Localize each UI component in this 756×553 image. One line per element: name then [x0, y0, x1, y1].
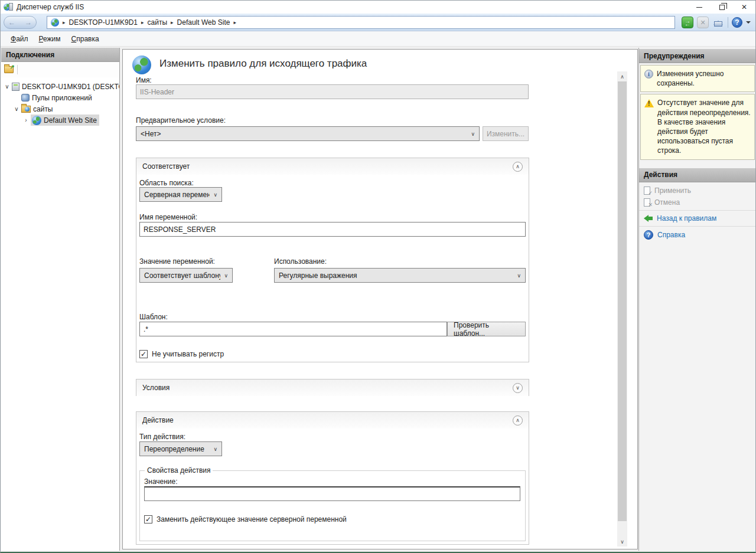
action-type-value: Переопределение [144, 445, 210, 453]
tree-item-label: Пулы приложений [32, 94, 92, 102]
sites-folder-icon [21, 106, 31, 113]
collapse-icon[interactable]: ∧ [513, 162, 523, 172]
breadcrumb-item-sites[interactable]: сайты [148, 18, 168, 27]
cancel-button: ✕ Отмена [639, 197, 756, 208]
connections-header: Подключения [1, 48, 119, 62]
breadcrumb-separator-icon: ▸ [233, 19, 236, 25]
action-type-select[interactable]: Переопределение ∨ [139, 441, 222, 456]
scrollbar-thumb[interactable] [618, 81, 627, 521]
help-icon: ? [644, 230, 653, 240]
ignore-case-label: Не учитывать регистр [152, 350, 224, 358]
apply-icon: ✓ [644, 186, 650, 195]
restore-button[interactable] [711, 1, 733, 14]
refresh-icon[interactable]: →← [682, 17, 693, 28]
help-label: Справка [657, 231, 685, 239]
tree-item-label: Default Web Site [44, 116, 97, 125]
breadcrumb-separator-icon: ▸ [63, 19, 66, 25]
actions-header: Действия [639, 168, 756, 182]
menu-bar: Файл Режим Справка [1, 31, 755, 47]
back-icon[interactable]: ← [8, 19, 15, 26]
breadcrumb-item-default-web-site[interactable]: Default Web Site [177, 18, 230, 27]
iis-manager-window: Диспетчер служб IIS ✕ ← → ▸ DESKTOP-U1MK… [0, 0, 756, 553]
apply-button: ✓ Применить [639, 185, 756, 197]
menu-file[interactable]: Файл [5, 32, 34, 45]
scope-value: Серверная переменн [144, 191, 210, 199]
site-globe-icon [51, 18, 59, 27]
stop-icon: ✕ [697, 17, 709, 28]
replace-value-checkrow[interactable]: ✓ Заменить действующее значение серверно… [144, 515, 347, 523]
help-dropdown-icon[interactable] [746, 21, 751, 24]
menu-help[interactable]: Справка [66, 32, 105, 45]
apply-label: Применить [654, 186, 691, 195]
minimize-button[interactable] [688, 1, 711, 14]
collapse-icon[interactable]: ∧ [513, 415, 523, 426]
precondition-value: <Нет> [141, 130, 467, 138]
menu-view[interactable]: Режим [34, 32, 66, 45]
title-bar: Диспетчер служб IIS ✕ [1, 1, 755, 14]
help-link[interactable]: ? Справка [639, 228, 756, 241]
variable-name-input[interactable] [139, 222, 526, 237]
test-pattern-button[interactable]: Проверить шаблон... [447, 322, 526, 336]
minimize-icon [696, 7, 702, 8]
window-title: Диспетчер служб IIS [17, 3, 84, 11]
expander-icon[interactable]: ∨ [2, 83, 12, 90]
variable-value-select[interactable]: Соответствует шаблону ∨ [139, 268, 233, 283]
chevron-down-icon: ∨ [517, 273, 521, 279]
scroll-down-icon[interactable]: ∨ [617, 536, 627, 547]
using-select[interactable]: Регулярные выражения ∨ [274, 268, 526, 283]
application-pools-icon [21, 94, 30, 102]
ignore-case-checkrow[interactable]: ✓ Не учитывать регистр [139, 350, 224, 358]
using-value: Регулярные выражения [279, 271, 513, 280]
website-globe-icon [32, 116, 41, 125]
actions-divider [639, 226, 756, 227]
edit-precondition-button: Изменить... [483, 126, 529, 141]
pattern-input[interactable] [139, 322, 447, 336]
edit-outbound-rule-page: Изменить правило для исходящего трафика … [122, 49, 638, 549]
replace-value-checkbox[interactable]: ✓ [144, 515, 152, 523]
close-icon: ✕ [741, 4, 747, 11]
create-connection-icon[interactable]: ↗ [4, 66, 14, 73]
alert-warning-text: Отсутствует значение для действия переоп… [657, 98, 751, 155]
toolbar-divider [728, 17, 728, 28]
tree-item-app-pools[interactable]: Пулы приложений [1, 92, 119, 103]
iis-app-icon [4, 3, 13, 11]
connections-tree: ∨ DESKTOP-U1MK9D1 (DESKTOP-U1MK9D1 Пулы … [1, 77, 119, 126]
connections-toolbar: ↗ [1, 62, 119, 77]
precondition-label: Предварительное условие: [136, 116, 226, 125]
expand-icon[interactable]: ∨ [513, 383, 523, 393]
help-icon[interactable]: ? [732, 17, 742, 28]
ignore-case-checkbox[interactable]: ✓ [139, 350, 148, 358]
back-to-rules-link[interactable]: Назад к правилам [639, 212, 756, 224]
connections-panel: Подключения ↗ ∨ DESKTOP-U1MK9D1 (DESKTOP… [1, 48, 120, 551]
variable-value-label: Значение переменной: [139, 257, 215, 266]
tree-item-server[interactable]: ∨ DESKTOP-U1MK9D1 (DESKTOP-U1MK9D1 [1, 81, 119, 92]
back-to-rules-label: Назад к правилам [657, 214, 716, 222]
tree-item-default-web-site[interactable]: › Default Web Site [1, 114, 119, 126]
close-button[interactable]: ✕ [733, 1, 755, 14]
chevron-down-icon: ∨ [213, 446, 217, 452]
server-icon [12, 83, 19, 91]
scroll-up-icon[interactable]: ∧ [617, 71, 627, 81]
rule-name-input [136, 84, 529, 99]
breadcrumb-item-server[interactable]: DESKTOP-U1MK9D1 [69, 18, 138, 27]
tree-item-sites[interactable]: ∨ сайты [1, 103, 119, 114]
action-properties-legend: Свойства действия [145, 466, 213, 475]
home-icon[interactable] [712, 17, 724, 28]
breadcrumb[interactable]: ▸ DESKTOP-U1MK9D1 ▸ сайты ▸ Default Web … [47, 16, 675, 29]
vertical-scrollbar[interactable]: ∧ ∨ [617, 71, 627, 547]
match-section-title: Соответствует [142, 162, 190, 171]
action-value-input[interactable] [144, 486, 520, 501]
expander-icon[interactable]: › [21, 117, 31, 123]
address-toolbar: ← → ▸ DESKTOP-U1MK9D1 ▸ сайты ▸ Default … [1, 14, 755, 31]
forward-icon[interactable]: → [25, 19, 32, 26]
value-label: Значение: [144, 477, 178, 486]
chevron-down-icon: ∨ [471, 131, 475, 137]
tree-item-label: сайты [33, 105, 53, 113]
alert-info: i Изменения успешно сохранены. [640, 65, 755, 92]
alerts-header: Предупреждения [639, 49, 756, 63]
scope-select[interactable]: Серверная переменн ∨ [139, 187, 222, 202]
expander-icon[interactable]: ∨ [12, 106, 21, 112]
variable-value-value: Соответствует шаблону [144, 271, 220, 280]
precondition-select[interactable]: <Нет> ∨ [136, 126, 480, 141]
breadcrumb-separator-icon: ▸ [141, 19, 144, 25]
